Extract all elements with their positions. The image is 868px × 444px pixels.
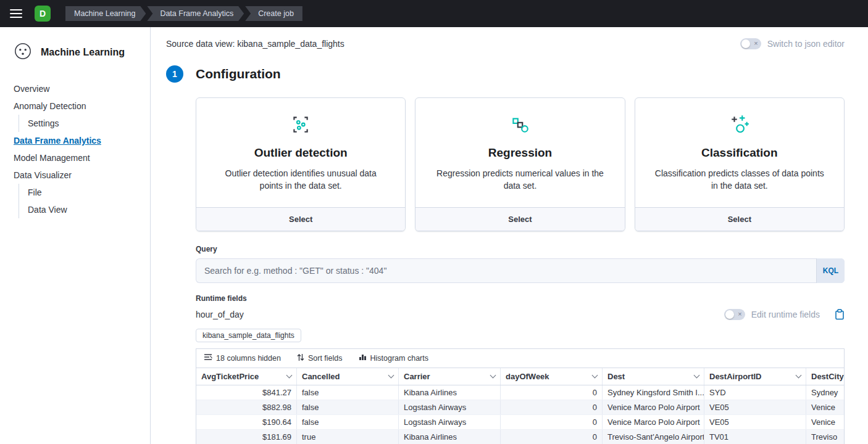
step-number-badge: 1	[166, 65, 183, 83]
chevron-down-icon	[796, 372, 802, 379]
card-title: Regression	[434, 146, 606, 160]
hidden-columns-icon	[204, 353, 212, 363]
classification-select-button[interactable]: Select	[635, 207, 844, 231]
sidebar-title: Machine Learning	[41, 47, 125, 58]
query-language-button[interactable]: KQL	[816, 258, 845, 283]
chevron-down-icon	[592, 372, 598, 379]
table-row: $181.69 true Kibana Airlines 0 Treviso-S…	[196, 430, 844, 444]
edit-runtime-fields-toggle[interactable]: ×	[724, 309, 745, 320]
column-header-carrier[interactable]: Carrier	[399, 368, 501, 385]
column-header-dayofweek[interactable]: dayOfWeek	[501, 368, 603, 385]
sidebar-item-overview[interactable]: Overview	[0, 80, 150, 97]
column-header-cancelled[interactable]: Cancelled	[297, 368, 399, 385]
chevron-down-icon	[388, 372, 394, 379]
card-title: Outlier detection	[215, 146, 386, 160]
card-description: Classification predicts classes of data …	[654, 167, 825, 192]
grid-body: $841.27 false Kibana Airlines 0 Sydney K…	[196, 385, 844, 444]
sidebar-item-data-visualizer[interactable]: Data Visualizer	[0, 166, 150, 184]
sort-fields-button[interactable]: Sort fields	[297, 353, 343, 363]
step-title: Configuration	[196, 67, 281, 81]
deployment-badge[interactable]: D	[35, 6, 51, 22]
table-row: $882.98 false Logstash Airways 0 Venice …	[196, 400, 844, 415]
sidebar-item-anomaly-detection[interactable]: Anomaly Detection	[0, 97, 150, 115]
sidebar-item-file[interactable]: File	[19, 184, 150, 201]
column-header-avgticketprice[interactable]: AvgTicketPrice	[196, 368, 297, 385]
machine-learning-app-icon	[14, 42, 32, 63]
sidebar-item-data-frame-analytics[interactable]: Data Frame Analytics	[0, 132, 150, 149]
top-header: D Machine Learning Data Frame Analytics …	[0, 0, 868, 27]
sort-icon	[297, 353, 304, 363]
query-bar: KQL	[196, 258, 845, 283]
card-title: Classification	[654, 146, 825, 160]
toggle-off-icon: ×	[738, 311, 741, 318]
columns-hidden-button[interactable]: 18 columns hidden	[204, 353, 281, 363]
source-data-grid: 18 columns hidden Sort fields	[196, 348, 845, 444]
histogram-icon	[359, 353, 367, 363]
classification-icon	[729, 126, 750, 137]
runtime-fields-label: Runtime fields	[196, 294, 845, 303]
job-type-cards: Outlier detection Outlier detection iden…	[196, 97, 845, 231]
main-content: Source data view: kibana_sample_data_fli…	[151, 27, 868, 444]
table-row: $841.27 false Kibana Airlines 0 Sydney K…	[196, 385, 844, 400]
sidebar-item-settings[interactable]: Settings	[19, 115, 150, 132]
query-search-input[interactable]	[196, 258, 816, 283]
outlier-detection-select-button[interactable]: Select	[196, 207, 405, 231]
histogram-charts-button[interactable]: Histogram charts	[359, 353, 428, 363]
sidebar: Machine Learning Overview Anomaly Detect…	[0, 27, 151, 444]
query-label: Query	[196, 245, 845, 253]
toggle-off-icon: ×	[754, 40, 757, 47]
card-description: Outlier detection identifies unusual dat…	[215, 167, 386, 192]
edit-runtime-fields-label: Edit runtime fields	[751, 310, 820, 319]
json-editor-toggle[interactable]: ×	[740, 38, 761, 49]
breadcrumb-create-job[interactable]: Create job	[245, 6, 303, 21]
grid-toolbar: 18 columns hidden Sort fields	[196, 349, 844, 368]
classification-card[interactable]: Classification Classification predicts c…	[635, 97, 845, 231]
sidebar-item-model-management[interactable]: Model Management	[0, 149, 150, 166]
source-data-view-label: Source data view: kibana_sample_data_fli…	[166, 39, 344, 49]
outlier-detection-icon	[290, 126, 311, 137]
chevron-down-icon	[490, 372, 496, 379]
column-header-destairportid[interactable]: DestAirportID	[704, 368, 806, 385]
chevron-down-icon	[694, 372, 700, 379]
sidebar-item-data-view[interactable]: Data View	[19, 201, 150, 218]
menu-icon[interactable]	[10, 9, 22, 18]
copy-clipboard-icon[interactable]	[835, 309, 845, 320]
regression-select-button[interactable]: Select	[415, 207, 624, 231]
regression-card[interactable]: Regression Regression predicts numerical…	[415, 97, 625, 231]
outlier-detection-card[interactable]: Outlier detection Outlier detection iden…	[196, 97, 406, 231]
breadcrumb: Machine Learning Data Frame Analytics Cr…	[65, 6, 303, 21]
runtime-field-name: hour_of_day	[196, 310, 244, 319]
json-editor-toggle-label: Switch to json editor	[767, 39, 845, 49]
chevron-down-icon	[286, 372, 293, 379]
breadcrumb-data-frame-analytics[interactable]: Data Frame Analytics	[147, 6, 244, 21]
grid-header-row: AvgTicketPrice Cancelled Carrier dayOfWe…	[196, 368, 844, 385]
table-row: $190.64 false Logstash Airways 0 Venice …	[196, 415, 844, 430]
card-description: Regression predicts numerical values in …	[434, 167, 606, 192]
column-header-destcityname[interactable]: DestCityN	[806, 368, 844, 385]
column-header-dest[interactable]: Dest	[603, 368, 704, 385]
regression-icon	[509, 126, 530, 137]
data-view-badge: kibana_sample_data_flights	[196, 329, 301, 342]
breadcrumb-machine-learning[interactable]: Machine Learning	[65, 6, 146, 21]
